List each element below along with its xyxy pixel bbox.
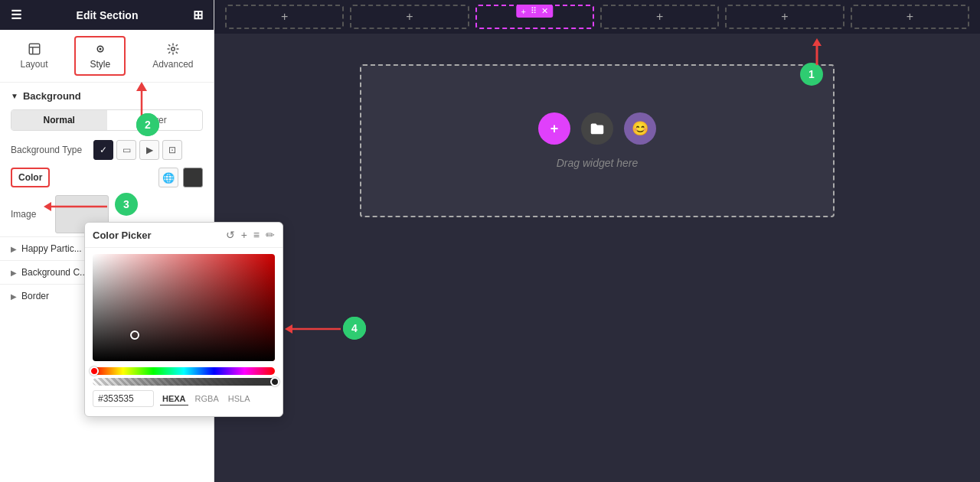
cp-gradient-canvas[interactable]	[93, 254, 275, 361]
tab-advanced[interactable]: Advanced	[139, 37, 207, 74]
cp-refresh-icon[interactable]: ↺	[226, 229, 235, 241]
background-section-header[interactable]: ▼ Background	[0, 83, 214, 106]
col-controls: + ⠿ ✕	[517, 5, 553, 18]
color-label[interactable]: Color	[11, 168, 50, 187]
cp-opacity-slider[interactable]	[93, 378, 275, 386]
top-bar: + + + ⠿ ✕ + + +	[214, 0, 980, 34]
column-placeholder-4[interactable]: +	[600, 5, 719, 29]
normal-btn[interactable]: Normal	[11, 110, 107, 130]
cp-eyedropper-icon[interactable]: ✏	[266, 229, 275, 241]
cp-opacity-thumb[interactable]	[270, 377, 279, 386]
bg-type-none-btn[interactable]: ✓	[93, 140, 113, 160]
cp-header-icons: ↺ + ≡ ✏	[226, 229, 275, 241]
canvas-area: + + + ⠿ ✕ + + + + 😊 Drag widget	[214, 0, 980, 482]
cp-header: Color Picker ↺ + ≡ ✏	[85, 223, 283, 248]
cp-add-icon[interactable]: +	[241, 229, 247, 241]
tab-layout[interactable]: Layout	[6, 37, 61, 74]
left-panel: ☰ Edit Section ⊞ Layout Style Adva	[0, 0, 214, 482]
cp-hue-thumb[interactable]	[90, 366, 99, 376]
color-field-row: Color 🌐	[0, 163, 214, 192]
bg-expand-icon: ▼	[11, 92, 18, 100]
dark-square-btn[interactable]	[183, 168, 203, 187]
column-placeholder-6[interactable]: +	[851, 5, 969, 29]
tabs-row: Layout Style Advanced	[0, 30, 214, 83]
bg-type-label: Background Type	[11, 145, 87, 155]
tab-style-label: Style	[90, 59, 110, 70]
cp-format-tabs: HEXA RGBA HSLA	[160, 392, 253, 405]
column-placeholder-1[interactable]: +	[225, 5, 344, 29]
drag-text: Drag widget here	[557, 157, 639, 169]
cp-opacity-row	[93, 378, 275, 386]
color-picker-popup: Color Picker ↺ + ≡ ✏	[84, 222, 283, 417]
tab-layout-label: Layout	[20, 59, 47, 70]
add-widget-btn[interactable]: +	[538, 112, 570, 145]
svg-point-5	[172, 47, 175, 51]
canvas-content: + 😊 Drag widget here	[214, 34, 980, 482]
panel-header: ☰ Edit Section ⊞	[0, 0, 214, 30]
cp-list-icon[interactable]: ≡	[253, 229, 260, 241]
grid-icon[interactable]: ⊞	[193, 8, 203, 22]
bg-type-image-btn[interactable]: ▭	[116, 140, 136, 160]
col-close-btn[interactable]: ✕	[540, 6, 550, 16]
bg-type-row: Background Type ✓ ▭ ▶ ⊡	[0, 137, 214, 163]
tab-style[interactable]: Style	[74, 36, 126, 76]
svg-point-4	[99, 48, 101, 50]
step-1: 1	[800, 63, 823, 86]
cp-hsla-tab[interactable]: HSLA	[226, 392, 253, 405]
panel-title: Edit Section	[77, 9, 139, 21]
column-placeholder-2[interactable]: +	[350, 5, 469, 29]
bg-type-icons: ✓ ▭ ▶ ⊡	[93, 140, 182, 160]
step-4-fixed: 4	[343, 317, 366, 340]
column-placeholder-5[interactable]: +	[725, 5, 844, 29]
color-extra-icons: 🌐	[158, 168, 203, 187]
column-placeholder-3[interactable]: + ⠿ ✕	[475, 5, 594, 29]
cp-hex-row: HEXA RGBA HSLA	[93, 390, 275, 407]
border-label: Border	[21, 291, 49, 301]
svg-rect-0	[29, 44, 40, 54]
hamburger-icon[interactable]: ☰	[11, 8, 21, 22]
bg-type-video-btn[interactable]: ▶	[139, 140, 159, 160]
tab-advanced-label: Advanced	[152, 59, 193, 70]
folder-widget-btn[interactable]	[581, 112, 613, 145]
cp-hue-slider[interactable]	[93, 367, 275, 375]
cp-title: Color Picker	[93, 230, 152, 241]
col-add-btn[interactable]: +	[520, 7, 528, 16]
normal-hover-row: Normal Hover	[11, 109, 203, 131]
step-2-fixed: 2	[136, 113, 159, 136]
content-box: + 😊 Drag widget here	[360, 64, 835, 217]
emoji-widget-btn[interactable]: 😊	[624, 112, 656, 145]
border-arrow: ▶	[11, 292, 17, 301]
bg-c-arrow: ▶	[11, 269, 17, 277]
happy-particles-label: Happy Partic...	[21, 243, 82, 254]
globe-icon-btn[interactable]: 🌐	[158, 168, 178, 187]
bg-type-slide-btn[interactable]: ⊡	[162, 140, 182, 160]
bg-c-label: Background C...	[21, 267, 87, 278]
widget-buttons: + 😊	[538, 112, 656, 145]
col-grid-btn[interactable]: ⠿	[529, 6, 538, 16]
happy-particles-arrow: ▶	[11, 245, 17, 253]
cp-hex-input[interactable]	[93, 390, 154, 407]
cp-handle[interactable]	[130, 331, 139, 340]
cp-hexa-tab[interactable]: HEXA	[160, 392, 188, 405]
image-label: Image	[11, 209, 49, 220]
cp-rgba-tab[interactable]: RGBA	[193, 392, 221, 405]
background-label: Background	[23, 90, 81, 102]
step-3-fixed: 3	[115, 193, 138, 216]
